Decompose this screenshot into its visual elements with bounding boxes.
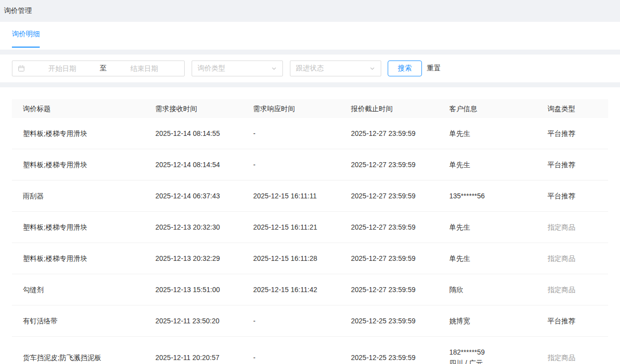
follow-status-select-placeholder: 跟进状态 — [296, 64, 369, 73]
inquiry-type-select-placeholder: 询价类型 — [198, 64, 271, 73]
table-row: 塑料板;楼梯专用滑块2025-12-13 20:32:292025-12-15 … — [12, 243, 608, 274]
chevron-down-icon — [271, 65, 277, 71]
cell-deadline-time: 2025-12-27 23:59:59 — [340, 149, 438, 181]
date-range-separator: 至 — [97, 64, 110, 73]
cell-inquiry-title: 货车挡泥皮;防飞溅挡泥板 — [12, 337, 144, 364]
cell-customer-info: 隋欣 — [438, 274, 537, 305]
calendar-icon — [18, 65, 25, 72]
cell-inquiry-title: 塑料板;楼梯专用滑块 — [12, 149, 144, 181]
cell-inquiry-type: 指定商品 — [537, 337, 608, 364]
cell-received-time: 2025-12-13 15:51:00 — [144, 274, 242, 305]
cell-inquiry-type: 指定商品 — [537, 212, 608, 243]
cell-customer-info: 单先生 — [438, 118, 537, 149]
customer-info-line: 姚博宽 — [449, 315, 526, 326]
tab-inquiry-details[interactable]: 询价明细 — [12, 22, 40, 48]
filter-bar: 至 询价类型 跟进状态 搜索 重置 — [0, 55, 620, 82]
column-header: 询盘类型 — [537, 99, 608, 118]
cell-deadline-time: 2025-12-25 23:59:59 — [340, 305, 438, 337]
cell-response-time: 2025-12-15 16:11:28 — [242, 243, 340, 274]
cell-inquiry-title: 雨刮器 — [12, 181, 144, 212]
cell-response-time: - — [242, 305, 340, 337]
cell-received-time: 2025-12-13 20:32:30 — [144, 212, 242, 243]
customer-info-line: 182******59 — [449, 347, 526, 358]
cell-inquiry-title: 塑料板;楼梯专用滑块 — [12, 243, 144, 274]
search-button[interactable]: 搜索 — [388, 61, 422, 76]
cell-inquiry-title: 勾缝剂 — [12, 274, 144, 305]
cell-received-time: 2025-12-14 06:37:43 — [144, 181, 242, 212]
table-row: 有钉活络带2025-12-11 23:50:20-2025-12-25 23:5… — [12, 305, 608, 337]
page-title: 询价管理 — [4, 6, 32, 15]
customer-info-line: 单先生 — [449, 128, 526, 139]
tab-inquiry-details-label: 询价明细 — [12, 30, 40, 39]
customer-info-line: 单先生 — [449, 222, 526, 233]
cell-inquiry-type: 平台推荐 — [537, 181, 608, 212]
table-header: 询价标题需求接收时间需求响应时间报价截止时间客户信息询盘类型 — [12, 99, 608, 118]
cell-inquiry-type: 平台推荐 — [537, 118, 608, 149]
cell-deadline-time: 2025-12-27 23:59:59 — [340, 243, 438, 274]
cell-received-time: 2025-12-14 08:14:54 — [144, 149, 242, 181]
customer-info-line: 135******56 — [449, 190, 526, 201]
cell-inquiry-type: 平台推荐 — [537, 305, 608, 337]
cell-customer-info: 单先生 — [438, 212, 537, 243]
cell-customer-info: 单先生 — [438, 149, 537, 181]
inquiry-table-card: 询价标题需求接收时间需求响应时间报价截止时间客户信息询盘类型 塑料板;楼梯专用滑… — [0, 87, 620, 364]
column-header: 询价标题 — [12, 99, 144, 118]
follow-status-select[interactable]: 跟进状态 — [290, 61, 381, 76]
cell-deadline-time: 2025-12-27 23:59:59 — [340, 212, 438, 243]
cell-response-time: - — [242, 118, 340, 149]
cell-received-time: 2025-12-11 20:20:57 — [144, 337, 242, 364]
cell-inquiry-type: 平台推荐 — [537, 149, 608, 181]
cell-deadline-time: 2025-12-25 23:59:59 — [340, 337, 438, 364]
cell-customer-info: 单先生 — [438, 243, 537, 274]
date-range-picker[interactable]: 至 — [12, 61, 185, 76]
cell-inquiry-title: 塑料板;楼梯专用滑块 — [12, 212, 144, 243]
table-row: 塑料板;楼梯专用滑块2025-12-14 08:14:55-2025-12-27… — [12, 118, 608, 149]
column-header: 客户信息 — [438, 99, 537, 118]
page-header: 询价管理 — [0, 0, 620, 22]
cell-response-time: 2025-12-15 16:11:42 — [242, 274, 340, 305]
table-row: 勾缝剂2025-12-13 15:51:002025-12-15 16:11:4… — [12, 274, 608, 305]
cell-customer-info: 182******59四川 / 广元 — [438, 337, 537, 364]
customer-info-line: 单先生 — [449, 253, 526, 264]
table-row: 塑料板;楼梯专用滑块2025-12-13 20:32:302025-12-15 … — [12, 212, 608, 243]
cell-inquiry-title: 塑料板;楼梯专用滑块 — [12, 118, 144, 149]
cell-deadline-time: 2025-12-27 23:59:59 — [340, 118, 438, 149]
table-row: 雨刮器2025-12-14 06:37:432025-12-15 16:11:1… — [12, 181, 608, 212]
cell-deadline-time: 2025-12-27 23:59:59 — [340, 274, 438, 305]
cell-inquiry-type: 指定商品 — [537, 274, 608, 305]
cell-response-time: 2025-12-15 16:11:21 — [242, 212, 340, 243]
customer-info-line: 单先生 — [449, 159, 526, 170]
column-header: 需求响应时间 — [242, 99, 340, 118]
column-header: 需求接收时间 — [144, 99, 242, 118]
cell-response-time: - — [242, 337, 340, 364]
cell-inquiry-title: 有钉活络带 — [12, 305, 144, 337]
cell-inquiry-type: 指定商品 — [537, 243, 608, 274]
inquiry-table: 询价标题需求接收时间需求响应时间报价截止时间客户信息询盘类型 塑料板;楼梯专用滑… — [12, 99, 608, 364]
cell-received-time: 2025-12-11 23:50:20 — [144, 305, 242, 337]
table-row: 货车挡泥皮;防飞溅挡泥板2025-12-11 20:20:57-2025-12-… — [12, 337, 608, 364]
customer-info-line: 隋欣 — [449, 284, 526, 295]
tab-bar: 询价明细 — [0, 22, 620, 50]
cell-received-time: 2025-12-14 08:14:55 — [144, 118, 242, 149]
table-row: 塑料板;楼梯专用滑块2025-12-14 08:14:54-2025-12-27… — [12, 149, 608, 181]
cell-customer-info: 135******56 — [438, 181, 537, 212]
column-header: 报价截止时间 — [340, 99, 438, 118]
inquiry-type-select[interactable]: 询价类型 — [192, 61, 283, 76]
cell-customer-info: 姚博宽 — [438, 305, 537, 337]
customer-info-line: 四川 / 广元 — [449, 358, 526, 364]
cell-response-time: - — [242, 149, 340, 181]
reset-button[interactable]: 重置 — [427, 64, 441, 73]
chevron-down-icon — [369, 65, 375, 71]
start-date-input[interactable] — [28, 64, 97, 72]
cell-deadline-time: 2025-12-27 23:59:59 — [340, 181, 438, 212]
cell-received-time: 2025-12-13 20:32:29 — [144, 243, 242, 274]
end-date-input[interactable] — [110, 64, 179, 72]
cell-response-time: 2025-12-15 16:11:11 — [242, 181, 340, 212]
